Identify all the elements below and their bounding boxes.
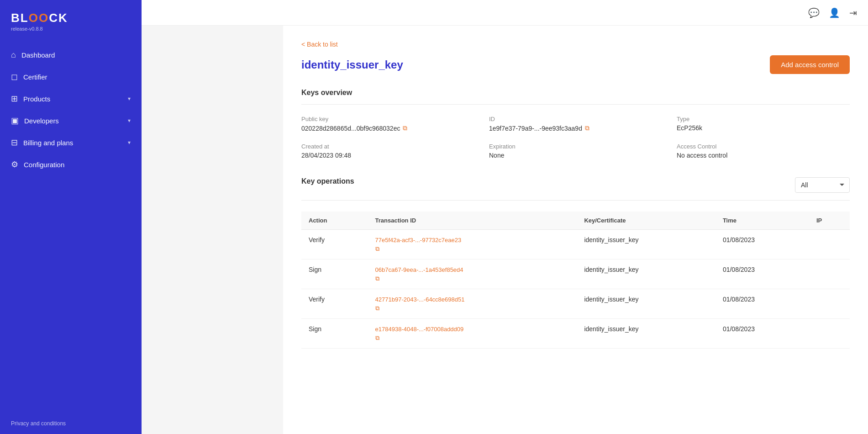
sidebar-item-developers[interactable]: ▣ Developers ▾ <box>0 110 142 132</box>
page-header: identity_issuer_key Add access control <box>301 55 850 74</box>
copy-public-key-icon[interactable]: ⧉ <box>403 124 407 132</box>
col-transaction-id: Transaction ID <box>368 212 577 230</box>
page-title: identity_issuer_key <box>301 58 403 71</box>
chat-icon[interactable]: 💬 <box>808 7 820 18</box>
sidebar-item-billing[interactable]: ⊟ Billing and plans ▾ <box>0 132 142 153</box>
col-key-certificate: Key/Certificate <box>577 212 715 230</box>
sidebar-item-configuration[interactable]: ⚙ Configuration <box>0 153 142 175</box>
sidebar-item-dashboard[interactable]: ⌂ Dashboard <box>0 44 142 66</box>
cell-time: 01/08/2023 <box>715 319 809 349</box>
type-value: EcP256k <box>677 124 850 132</box>
keys-overview-section: Keys overview Public key 020228d286865d.… <box>301 89 850 159</box>
developers-icon: ▣ <box>11 116 19 126</box>
transaction-id-value: e1784938-4048-...-f07008addd09 <box>375 326 464 333</box>
sidebar-item-label: Certifier <box>23 73 47 81</box>
sidebar-item-label: Developers <box>24 117 59 125</box>
keys-overview-title: Keys overview <box>301 89 850 97</box>
table-row: Verify42771b97-2043-...-64cc8e698d51⧉ide… <box>301 289 850 319</box>
logo-area: BLOOCK release-v0.8.8 <box>0 0 142 33</box>
copy-transaction-icon[interactable]: ⧉ <box>375 334 570 342</box>
key-operations-title: Key operations <box>301 177 354 185</box>
public-key-label: Public key <box>301 116 474 122</box>
transaction-id-value: 42771b97-2043-...-64cc8e698d51 <box>375 296 465 303</box>
type-label: Type <box>677 116 850 122</box>
copy-transaction-icon[interactable]: ⧉ <box>375 275 570 282</box>
cell-key-certificate: identity_issuer_key <box>577 319 715 349</box>
created-at-field: Created at 28/04/2023 09:48 <box>301 143 474 159</box>
cell-ip <box>809 289 850 319</box>
public-key-value: 020228d286865d...0bf9c968032ec ⧉ <box>301 124 474 132</box>
cell-key-certificate: identity_issuer_key <box>577 289 715 319</box>
cell-key-certificate: identity_issuer_key <box>577 230 715 259</box>
col-time: Time <box>715 212 809 230</box>
access-control-value: No access control <box>677 152 850 159</box>
table-header: Action Transaction ID Key/Certificate Ti… <box>301 212 850 230</box>
type-field: Type EcP256k <box>677 116 850 132</box>
table-row: Sign06b7ca67-9eea-...-1a453ef85ed4⧉ident… <box>301 259 850 289</box>
divider <box>301 104 850 105</box>
divider-ops <box>301 200 850 201</box>
table-row: Signe1784938-4048-...-f07008addd09⧉ident… <box>301 319 850 349</box>
add-access-control-button[interactable]: Add access control <box>770 55 850 74</box>
app-version: release-v0.8.8 <box>11 26 131 32</box>
sidebar-item-products[interactable]: ⊞ Products ▾ <box>0 88 142 110</box>
chevron-down-icon: ▾ <box>128 117 131 124</box>
cell-time: 01/08/2023 <box>715 230 809 259</box>
table-row: Verify77e5f42a-acf3-...-97732c7eae23⧉ide… <box>301 230 850 259</box>
cell-ip <box>809 259 850 289</box>
sidebar-item-label: Dashboard <box>21 51 55 59</box>
logout-icon[interactable]: ⇥ <box>849 7 857 18</box>
key-operations-section: Key operations All Sign Verify Action Tr… <box>301 177 850 349</box>
cell-transaction-id: 06b7ca67-9eea-...-1a453ef85ed4⧉ <box>368 259 577 289</box>
app-logo: BLOOCK <box>11 11 131 25</box>
created-at-value: 28/04/2023 09:48 <box>301 152 474 159</box>
copy-transaction-icon[interactable]: ⧉ <box>375 245 570 253</box>
chevron-down-icon: ▾ <box>128 95 131 102</box>
access-control-label: Access Control <box>677 143 850 150</box>
privacy-footer[interactable]: Privacy and conditions <box>0 413 142 434</box>
cell-transaction-id: 42771b97-2043-...-64cc8e698d51⧉ <box>368 289 577 319</box>
access-control-field: Access Control No access control <box>677 143 850 159</box>
topbar: 💬 👤 ⇥ <box>142 0 868 26</box>
sidebar-item-label: Billing and plans <box>23 139 73 147</box>
transaction-id-value: 77e5f42a-acf3-...-97732c7eae23 <box>375 237 462 243</box>
filter-select[interactable]: All Sign Verify <box>795 177 850 193</box>
cell-key-certificate: identity_issuer_key <box>577 259 715 289</box>
sidebar-item-label: Configuration <box>24 161 64 169</box>
chevron-down-icon: ▾ <box>128 139 131 146</box>
id-value: 1e9f7e37-79a9-...-9ee93fc3aa9d ⧉ <box>489 124 662 132</box>
cell-action: Verify <box>301 289 368 319</box>
id-field: ID 1e9f7e37-79a9-...-9ee93fc3aa9d ⧉ <box>489 116 662 132</box>
cell-transaction-id: 77e5f42a-acf3-...-97732c7eae23⧉ <box>368 230 577 259</box>
user-icon[interactable]: 👤 <box>829 7 840 18</box>
billing-icon: ⊟ <box>11 138 18 148</box>
cell-ip <box>809 319 850 349</box>
copy-transaction-icon[interactable]: ⧉ <box>375 305 570 312</box>
cell-time: 01/08/2023 <box>715 259 809 289</box>
cell-action: Sign <box>301 259 368 289</box>
operations-table: Action Transaction ID Key/Certificate Ti… <box>301 212 850 349</box>
copy-id-icon[interactable]: ⧉ <box>585 124 589 132</box>
certifier-icon: ◻ <box>11 72 18 82</box>
key-operations-header: Key operations All Sign Verify <box>301 177 850 193</box>
sidebar: BLOOCK release-v0.8.8 ⌂ Dashboard ◻ Cert… <box>0 0 142 434</box>
id-label: ID <box>489 116 662 122</box>
configuration-icon: ⚙ <box>11 159 18 169</box>
expiration-value: None <box>489 152 662 159</box>
products-icon: ⊞ <box>11 94 18 104</box>
home-icon: ⌂ <box>11 50 16 60</box>
sidebar-item-certifier[interactable]: ◻ Certifier <box>0 66 142 88</box>
cell-ip <box>809 230 850 259</box>
key-details-grid: Public key 020228d286865d...0bf9c968032e… <box>301 116 850 159</box>
cell-time: 01/08/2023 <box>715 289 809 319</box>
transaction-id-value: 06b7ca67-9eea-...-1a453ef85ed4 <box>375 266 463 273</box>
cell-transaction-id: e1784938-4048-...-f07008addd09⧉ <box>368 319 577 349</box>
expiration-label: Expiration <box>489 143 662 150</box>
back-to-list-link[interactable]: < Back to list <box>301 41 338 48</box>
expiration-field: Expiration None <box>489 143 662 159</box>
cell-action: Verify <box>301 230 368 259</box>
main-content: < Back to list identity_issuer_key Add a… <box>283 26 868 434</box>
public-key-field: Public key 020228d286865d...0bf9c968032e… <box>301 116 474 132</box>
col-action: Action <box>301 212 368 230</box>
col-ip: IP <box>809 212 850 230</box>
